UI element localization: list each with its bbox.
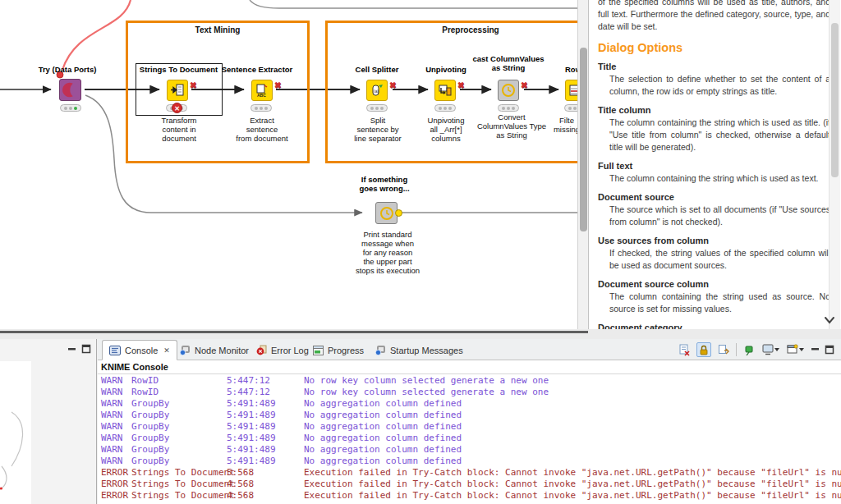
- strings-to-document-status: ✕: [166, 104, 187, 112]
- log-message: No aggregation column defined: [304, 444, 462, 456]
- node-error-x-icon: ✖: [389, 81, 396, 89]
- console-log-line: ERROR Strings To Document 4:568 Executio…: [101, 479, 841, 490]
- row-filter-node[interactable]: [565, 80, 577, 101]
- log-level: WARN: [101, 444, 131, 456]
- option-title: Title column: [598, 105, 830, 115]
- sentence-extractor-node[interactable]: ABC: [251, 80, 273, 101]
- log-level: WARN: [101, 398, 131, 410]
- clock-icon: [379, 205, 395, 222]
- pin-console-output-icon[interactable]: [716, 342, 731, 357]
- tab-startup-messages[interactable]: Startup Messages: [369, 340, 470, 360]
- chevron-down-icon[interactable]: [824, 315, 835, 325]
- catch-node[interactable]: [375, 202, 398, 224]
- log-message: No row key column selected generate a ne…: [304, 387, 549, 398]
- strings-to-document-label: Strings To Document: [136, 65, 221, 74]
- node-error-x-icon: ✖: [521, 81, 527, 89]
- sentence-extractor-status: [250, 104, 272, 112]
- dialog-option-section: Title The selection to define whether to…: [598, 62, 830, 98]
- cell-splitter-node[interactable]: (a): [366, 80, 388, 101]
- close-icon[interactable]: ✕: [163, 346, 170, 355]
- log-time: 4:568: [227, 479, 304, 490]
- tab-progress[interactable]: Progress: [306, 340, 370, 360]
- option-body: The column containing the string which i…: [609, 117, 830, 153]
- tab-node-monitor[interactable]: Node Monitor: [173, 340, 255, 360]
- unpivoting-label: Unpivoting: [418, 65, 474, 74]
- strings-to-document-node[interactable]: [167, 80, 188, 101]
- catch-node-output-port[interactable]: [395, 209, 402, 217]
- scrollbar-thumb[interactable]: [580, 48, 587, 231]
- workflow-canvas[interactable]: Text Mining Preprocessing Try (Data Port…: [0, 0, 577, 329]
- log-message: No aggregation column defined: [304, 433, 462, 444]
- node-monitor-icon: [180, 345, 191, 355]
- node-error-x-icon: ✖: [190, 81, 196, 89]
- sash-line: [0, 331, 588, 333]
- option-body: If checked, the string values of the spe…: [609, 247, 830, 272]
- log-level: ERROR: [101, 467, 131, 479]
- dialog-option-section: Document source column The column contai…: [598, 279, 830, 315]
- unpivoting-desc: Unpivoting all _Arr[*] columns: [420, 116, 472, 143]
- console-toolbar: [677, 342, 834, 357]
- log-level: WARN: [101, 421, 131, 433]
- unpivoting-node[interactable]: [434, 80, 456, 101]
- clock-icon: [500, 82, 517, 99]
- maximize-icon[interactable]: [825, 345, 834, 355]
- scroll-lock-icon[interactable]: [696, 342, 711, 357]
- console-log-line: WARN RowID 5:447:12 No row key column se…: [101, 375, 841, 387]
- unpivoting-icon: [438, 84, 453, 97]
- display-selected-console-icon[interactable]: [761, 342, 781, 357]
- dialog-option-section: Title column The column containing the s…: [598, 105, 830, 153]
- dialog-option-section: Full text The column containing the stri…: [598, 161, 830, 185]
- progress-icon: [313, 346, 324, 355]
- dialog-option-section: Use sources from column If checked, the …: [598, 236, 830, 272]
- log-message: Execution failed in Try-Catch block: Can…: [304, 490, 841, 502]
- log-source: Strings To Document: [131, 479, 227, 490]
- option-title: Title: [598, 62, 830, 71]
- console-icon: [109, 346, 121, 355]
- clear-console-icon[interactable]: [677, 342, 692, 357]
- option-body: The source which is set to all documents…: [609, 204, 830, 228]
- document-arrow-icon: [170, 84, 185, 97]
- svg-text:ABC: ABC: [257, 93, 266, 98]
- maximize-icon[interactable]: [81, 344, 91, 354]
- try-node-status: [60, 104, 81, 112]
- pin-console-icon[interactable]: [742, 342, 756, 357]
- log-message: No aggregation column defined: [304, 398, 462, 410]
- log-source: GroupBy: [131, 398, 227, 410]
- try-node[interactable]: [59, 79, 81, 101]
- cell-splitter-icon: (a): [370, 84, 384, 97]
- log-message: No aggregation column defined: [304, 410, 462, 421]
- description-scrollbar[interactable]: [829, 0, 840, 335]
- log-source: RowID: [131, 375, 227, 387]
- log-time: 5:491:489: [227, 410, 304, 421]
- console-header: KNIME Console: [98, 360, 841, 374]
- tab-label: Error Log: [271, 346, 309, 355]
- log-source: GroupBy: [131, 410, 227, 421]
- option-body: The column containing the string used as…: [609, 291, 830, 315]
- log-message: No aggregation column defined: [304, 456, 462, 467]
- annotation-title: Text Mining: [128, 23, 307, 34]
- console-log-line: ERROR Strings To Document 4:568 Executio…: [101, 490, 841, 502]
- log-message: Execution failed in Try-Catch block: Can…: [304, 467, 841, 479]
- svg-text:(a): (a): [374, 89, 379, 94]
- canvas-vertical-scrollbar[interactable]: [577, 0, 588, 329]
- option-title: Document source column: [598, 279, 830, 289]
- log-message: Execution failed in Try-Catch block: Can…: [304, 479, 841, 490]
- node-description-panel: of the specified columns will be used as…: [588, 0, 841, 336]
- crescent-icon: [60, 79, 80, 101]
- open-console-icon[interactable]: [786, 342, 806, 357]
- minimize-icon[interactable]: [67, 347, 76, 354]
- minimize-icon[interactable]: [811, 347, 820, 354]
- console-log-line: WARN GroupBy 5:491:489 No aggregation co…: [101, 398, 841, 410]
- cast-columnvalues-node[interactable]: [498, 80, 519, 101]
- tab-error-log[interactable]: Error Log: [250, 340, 315, 360]
- option-title: Use sources from column: [598, 236, 830, 245]
- strings-to-document-desc: Transform content in document: [145, 116, 214, 143]
- tab-console[interactable]: Console ✕: [102, 340, 177, 360]
- scrollbar-thumb[interactable]: [831, 23, 839, 177]
- log-time: 5:568: [227, 467, 304, 479]
- console-log[interactable]: WARN RowID 5:447:12 No row key column se…: [98, 375, 841, 504]
- annotation-title: Preprocessing: [328, 23, 577, 34]
- log-level: WARN: [101, 375, 131, 387]
- knime-workbench: Text Mining Preprocessing Try (Data Port…: [0, 0, 841, 504]
- console-log-line: WARN GroupBy 5:491:489 No aggregation co…: [101, 421, 841, 433]
